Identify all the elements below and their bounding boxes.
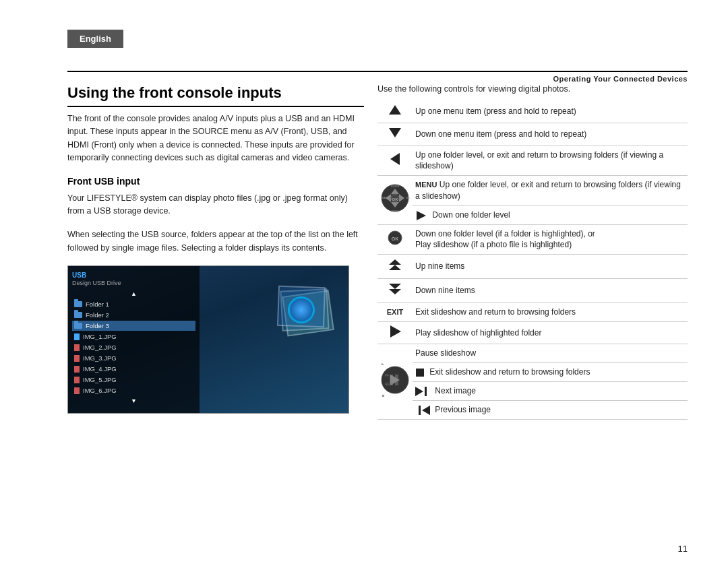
header-bar: Operating Your Connected Devices [67,71,688,83]
control-row-menu: OK GUIDE USB INFO BACK MENU Up one folde… [377,176,688,206]
control-row-next-image: Next image [377,381,688,400]
usb-folder-1: Folder 1 [72,299,195,309]
control-row-down-nine: Down nine items [377,278,688,302]
control-row-up-nine: Up nine items [377,255,688,279]
ctrl-desc-next-image: Next image [413,381,688,400]
icon-cell [377,123,413,146]
svg-text:⏹: ⏹ [382,393,385,397]
usb-folder-3-highlighted: Folder 3 [72,321,195,331]
ctrl-desc: Up one folder level, or exit and return … [413,146,688,176]
up-nine-icon [388,258,402,272]
icon-cell [377,255,413,279]
usb-folder-2: Folder 2 [72,310,195,320]
usb-file-1: IMG_1.JPG [72,331,195,342]
language-tab: English [67,30,123,48]
icon-cell: OK GUIDE USB INFO BACK [377,176,413,224]
ctrl-desc: Down nine items [413,278,688,302]
svg-text:USB: USB [406,196,410,199]
usb-sublabel: Design USB Drive [72,280,195,286]
svg-marker-31 [415,387,423,396]
control-row-playback-remote: FF REW ▶ ⏹ Pause slideshow [377,344,688,363]
control-row-right-arrow: Down one folder level [377,205,688,224]
svg-text:GUIDE: GUIDE [391,185,400,188]
svg-marker-21 [390,325,401,338]
svg-marker-1 [389,128,401,137]
control-row-up-menu: Up one menu item (press and hold to repe… [377,100,688,123]
svg-marker-17 [389,259,401,265]
icon-cell: EXIT [377,302,413,321]
svg-text:OK: OK [392,197,399,201]
usb-file-4: IMG_4.JPG [72,364,195,374]
folder-icon [74,301,82,307]
file-icon [74,344,80,351]
control-row-ok: OK Down one folder level (if a folder is… [377,224,688,255]
down-nine-icon [388,282,402,296]
svg-text:BACK: BACK [382,196,389,199]
ctrl-desc: Down one folder level [413,205,688,224]
file-icon [74,333,80,340]
ctrl-desc: Exit slideshow and return to browsing fo… [413,363,688,382]
ctrl-desc-play-slideshow: Play slideshow of highlighted folder [413,321,688,344]
body-text-2: Your LIFESTYLE® system can display photo… [67,192,364,218]
file-icon [74,377,80,383]
usb-file-3: IMG_3.JPG [72,353,195,363]
subsection-title: Front USB input [67,176,364,187]
right-column: Use the following controls for viewing d… [377,84,688,420]
usb-arrow-down-icon: ▼ [72,397,195,404]
control-row-exit-browsing: Exit slideshow and return to browsing fo… [377,363,688,382]
svg-marker-0 [389,105,401,115]
control-row-play-slideshow: Play slideshow of highlighted folder [377,321,688,344]
section-title: Using the front console inputs [67,84,364,107]
svg-marker-2 [390,153,400,165]
ctrl-desc: Down one folder level (if a folder is hi… [413,224,688,255]
file-icon [74,387,80,394]
folder-icon [74,312,82,318]
svg-marker-33 [422,406,430,415]
icon-cell: FF REW ▶ ⏹ [377,344,413,419]
ok-button-icon: OK [388,230,402,245]
ctrl-desc: Up one menu item (press and hold to repe… [413,100,688,123]
icon-cell [377,321,413,344]
icon-cell [377,100,413,123]
triangle-left-icon [389,153,401,165]
icon-cell [377,146,413,176]
usb-label: USB [72,272,195,279]
ctrl-desc-prev-image: Previous image [413,400,688,419]
control-row-down-menu: Down one menu item (press and hold to re… [377,123,688,146]
svg-text:FF: FF [385,373,389,377]
playback-remote-icon: FF REW ▶ ⏹ [380,356,410,404]
ctrl-desc-menu: MENU Up one folder level, or exit and re… [413,176,688,206]
photo-decoration [274,286,328,333]
ctrl-desc-pause: Pause slideshow [413,344,688,363]
body-text-3: When selecting the USB source, folders a… [67,228,364,255]
menu-label: MENU [415,181,437,189]
exit-label: EXIT [387,308,403,316]
usb-file-6: IMG_6.JPG [72,385,195,395]
controls-table: Up one menu item (press and hold to repe… [377,100,688,420]
svg-rect-25 [395,375,398,385]
page-number: 11 [678,544,688,554]
next-image-icon [415,387,430,396]
svg-text:OK: OK [392,236,399,241]
control-row-prev-image: Previous image [377,400,688,419]
svg-marker-18 [389,265,401,270]
triangle-down-icon [389,127,401,139]
triangle-right-icon [415,211,427,220]
usb-file-2: IMG_2.JPG [72,342,195,352]
svg-text:▶: ▶ [382,362,384,366]
body-text-1: The front of the console provides analog… [67,113,364,165]
file-icon [74,355,80,362]
svg-rect-30 [416,369,424,377]
triangle-up-icon [389,104,401,116]
remote-circle-icon: OK GUIDE USB INFO BACK [380,183,410,213]
svg-text:REW: REW [385,382,393,386]
icon-cell: OK [377,224,413,255]
svg-rect-32 [425,387,427,396]
right-intro-text: Use the following controls for viewing d… [377,84,688,94]
photo-circle [288,296,315,323]
header-title: Operating Your Connected Devices [553,75,688,83]
prev-image-icon [415,406,430,415]
svg-text:INFO: INFO [392,210,398,213]
ctrl-desc: Up nine items [413,255,688,279]
stop-icon [415,368,425,377]
